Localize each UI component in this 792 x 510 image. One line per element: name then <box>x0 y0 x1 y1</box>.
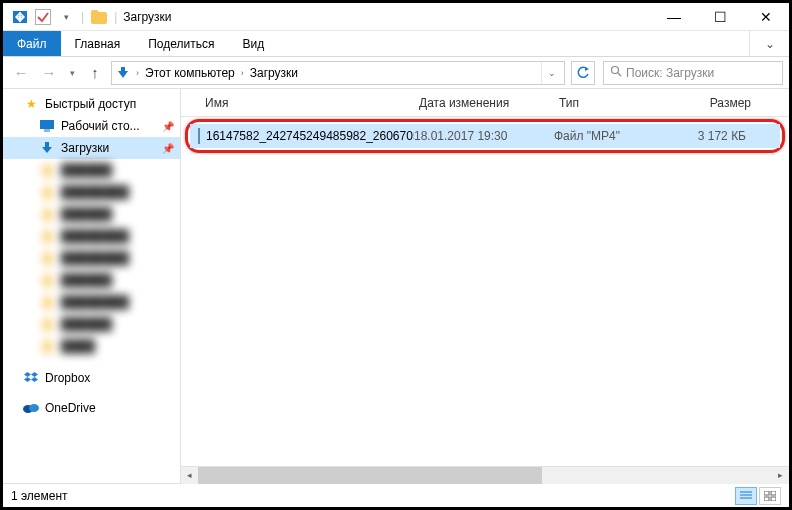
crumb-downloads[interactable]: Загрузки <box>246 66 302 80</box>
svg-rect-20 <box>764 491 769 495</box>
sidebar-item-dropbox[interactable]: Dropbox <box>3 367 180 389</box>
svg-rect-8 <box>44 129 50 132</box>
titlebar: ▾ | | Загрузки — ☐ ✕ <box>3 3 789 31</box>
sidebar-item-label: OneDrive <box>45 401 96 415</box>
svg-rect-7 <box>40 120 54 129</box>
ribbon-expand-icon[interactable]: ⌄ <box>749 31 789 56</box>
item-count: 1 элемент <box>11 489 68 503</box>
svg-rect-3 <box>121 67 125 72</box>
thumbnails-view-button[interactable] <box>759 487 781 505</box>
svg-marker-13 <box>24 377 31 382</box>
sidebar-item-label: Быстрый доступ <box>45 97 136 111</box>
svg-rect-21 <box>771 491 776 495</box>
up-button[interactable]: ↑ <box>83 61 107 85</box>
address-bar: ← → ▾ ↑ › Этот компьютер › Загрузки ⌄ По… <box>3 57 789 89</box>
pin-icon: 📌 <box>162 121 174 132</box>
svg-rect-23 <box>771 497 776 501</box>
scroll-track[interactable] <box>198 467 772 484</box>
checkbox-icon[interactable] <box>35 9 51 25</box>
forward-button[interactable]: → <box>37 61 61 85</box>
file-area[interactable]: 16147582_242745249485982_26067053394... … <box>181 117 789 466</box>
svg-rect-10 <box>45 142 49 148</box>
svg-rect-22 <box>764 497 769 501</box>
svg-line-6 <box>618 73 621 76</box>
app-icon <box>9 6 31 28</box>
folder-icon <box>88 6 110 28</box>
column-type[interactable]: Тип <box>551 96 671 110</box>
view-toggle <box>735 487 781 505</box>
svg-marker-2 <box>118 71 128 78</box>
sidebar-item-desktop[interactable]: Рабочий сто... 📌 <box>3 115 180 137</box>
refresh-button[interactable] <box>571 61 595 85</box>
file-date: 18.01.2017 19:30 <box>414 129 554 143</box>
status-bar: 1 элемент <box>3 483 789 507</box>
minimize-button[interactable]: — <box>651 3 697 31</box>
breadcrumb-dropdown-icon[interactable]: ⌄ <box>541 62 562 84</box>
close-button[interactable]: ✕ <box>743 3 789 31</box>
search-input[interactable]: Поиск: Загрузки <box>603 61 783 85</box>
annotation-highlight: 16147582_242745249485982_26067053394... … <box>185 119 785 153</box>
file-list-pane: Имя Дата изменения Тип Размер 16147582_2… <box>181 89 789 483</box>
file-row[interactable]: 16147582_242745249485982_26067053394... … <box>190 124 780 148</box>
scroll-thumb[interactable] <box>198 467 542 484</box>
quick-access-toolbar: ▾ | | <box>9 6 117 28</box>
sidebar-item-downloads[interactable]: Загрузки 📌 <box>3 137 180 159</box>
details-view-button[interactable] <box>735 487 757 505</box>
svg-marker-4 <box>585 67 589 71</box>
svg-marker-12 <box>31 372 38 377</box>
column-name[interactable]: Имя <box>181 96 411 110</box>
column-date[interactable]: Дата изменения <box>411 96 551 110</box>
navigation-pane: ★ Быстрый доступ Рабочий сто... 📌 Загруз… <box>3 89 181 483</box>
qat-dropdown-icon[interactable]: ▾ <box>55 6 77 28</box>
onedrive-icon <box>23 400 39 416</box>
tab-home[interactable]: Главная <box>61 31 135 56</box>
file-size: 3 172 КБ <box>674 129 754 143</box>
svg-marker-14 <box>31 377 38 382</box>
location-icon <box>114 64 132 82</box>
window-title: Загрузки <box>123 10 171 24</box>
dropbox-icon <box>23 370 39 386</box>
sidebar-item-label: Рабочий сто... <box>61 119 140 133</box>
pin-icon: 📌 <box>162 143 174 154</box>
history-dropdown-icon[interactable]: ▾ <box>65 68 79 78</box>
star-icon: ★ <box>23 96 39 112</box>
scroll-right-button[interactable]: ▸ <box>772 467 789 484</box>
tab-file[interactable]: Файл <box>3 31 61 56</box>
chevron-right-icon: › <box>134 68 141 78</box>
explorer-window: ▾ | | Загрузки — ☐ ✕ Файл Главная Подели… <box>0 0 792 510</box>
ribbon-tabs: Файл Главная Поделиться Вид ⌄ <box>3 31 789 57</box>
horizontal-scrollbar[interactable]: ◂ ▸ <box>181 466 789 483</box>
sidebar-item-onedrive[interactable]: OneDrive <box>3 397 180 419</box>
body-area: ★ Быстрый доступ Рабочий сто... 📌 Загруз… <box>3 89 789 483</box>
column-size[interactable]: Размер <box>671 96 761 110</box>
tab-share[interactable]: Поделиться <box>134 31 228 56</box>
chevron-right-icon: › <box>239 68 246 78</box>
file-type-icon <box>198 128 200 144</box>
back-button[interactable]: ← <box>9 61 33 85</box>
file-type: Файл "MP4" <box>554 129 674 143</box>
sidebar-item-quick-access[interactable]: ★ Быстрый доступ <box>3 93 180 115</box>
download-arrow-icon <box>39 140 55 156</box>
sidebar-item-label: Dropbox <box>45 371 90 385</box>
breadcrumb[interactable]: › Этот компьютер › Загрузки ⌄ <box>111 61 565 85</box>
maximize-button[interactable]: ☐ <box>697 3 743 31</box>
desktop-icon <box>39 118 55 134</box>
sidebar-item-label: Загрузки <box>61 141 109 155</box>
sidebar-blurred-group: ▇██████ ▇████████ ▇██████ ▇████████ ▇███… <box>3 159 180 357</box>
file-name: 16147582_242745249485982_26067053394... <box>206 129 414 143</box>
svg-point-16 <box>29 404 39 412</box>
scroll-left-button[interactable]: ◂ <box>181 467 198 484</box>
search-icon <box>610 65 622 80</box>
svg-marker-11 <box>24 372 31 377</box>
svg-point-5 <box>612 67 619 74</box>
tab-view[interactable]: Вид <box>228 31 278 56</box>
search-placeholder: Поиск: Загрузки <box>626 66 714 80</box>
column-headers: Имя Дата изменения Тип Размер <box>181 89 789 117</box>
window-controls: — ☐ ✕ <box>651 3 789 31</box>
crumb-this-pc[interactable]: Этот компьютер <box>141 66 239 80</box>
